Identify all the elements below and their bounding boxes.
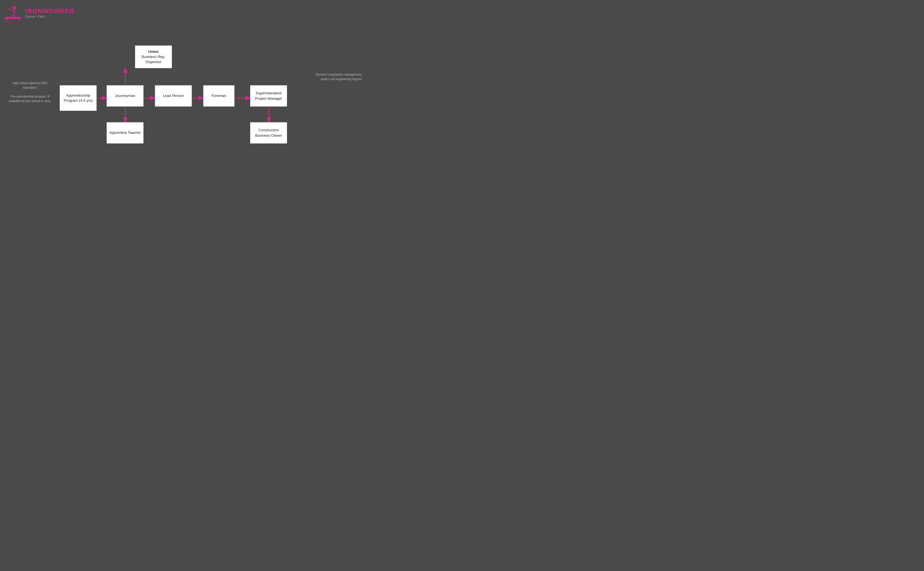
- svg-point-3: [12, 6, 16, 10]
- construction-owner-box: Construction Business Owner: [250, 122, 287, 144]
- apprentice-teacher-box: Apprentice Teacher: [106, 122, 143, 144]
- apprentice-teacher-label: Apprentice Teacher: [109, 130, 141, 135]
- foreman-box: Foreman: [203, 85, 234, 106]
- side-note-left-line2: Pre-aprenticeship program, if available …: [5, 94, 55, 103]
- logo-subtitle: Career Path: [25, 15, 75, 18]
- svg-line-4: [14, 10, 14, 15]
- journeyman-label: Journeyman: [115, 93, 135, 98]
- foreman-label: Foreman: [211, 93, 226, 98]
- apprenticeship-label: Apprenticeship Program (3-4 yrs): [62, 93, 94, 103]
- superintendent-label: Superintendent/ Project Manager: [253, 91, 284, 101]
- apprenticeship-box: Apprenticeship Program (3-4 yrs): [60, 85, 97, 111]
- ironworker-icon: [5, 5, 22, 21]
- side-note-right-text: Receive construction management and/or c…: [315, 73, 361, 82]
- side-note-left-line1: High school diploma/ GED equivalent.: [5, 81, 55, 90]
- logo-text: IRONWORKER Career Path: [25, 8, 75, 18]
- arrows-overlay: [0, 28, 369, 228]
- side-note-right: Receive construction management and/or c…: [315, 73, 361, 82]
- union-box: Union Business Rep, Organizer: [135, 45, 172, 68]
- svg-line-9: [8, 8, 10, 9]
- svg-rect-0: [5, 17, 21, 19]
- lead-person-label: Lead Person: [163, 93, 184, 98]
- logo-title: IRONWORKER: [25, 8, 75, 14]
- side-note-left: High school diploma/ GED equivalent. Pre…: [5, 81, 55, 103]
- career-diagram: Union Business Rep, Organizer Apprentice…: [0, 28, 369, 228]
- union-subtitle: Business Rep, Organizer: [137, 54, 170, 65]
- svg-rect-1: [6, 18, 7, 20]
- svg-line-5: [10, 9, 14, 11]
- svg-rect-2: [19, 18, 20, 20]
- superintendent-box: Superintendent/ Project Manager: [250, 85, 287, 106]
- logo-area: IRONWORKER Career Path: [5, 5, 75, 21]
- journeyman-box: Journeyman: [106, 85, 143, 106]
- construction-owner-label: Construction Business Owner: [253, 128, 284, 138]
- union-title: Union: [137, 49, 170, 54]
- lead-person-box: Lead Person: [155, 85, 192, 106]
